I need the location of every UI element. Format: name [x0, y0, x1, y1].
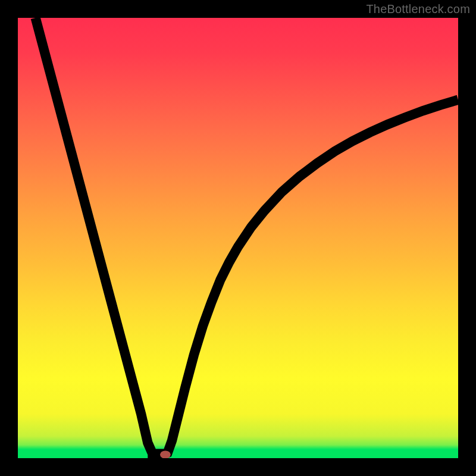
chart-frame [18, 18, 458, 458]
chart-svg [18, 18, 458, 458]
bottleneck-curve [36, 18, 458, 454]
watermark-text: TheBottleneck.com [366, 2, 470, 16]
